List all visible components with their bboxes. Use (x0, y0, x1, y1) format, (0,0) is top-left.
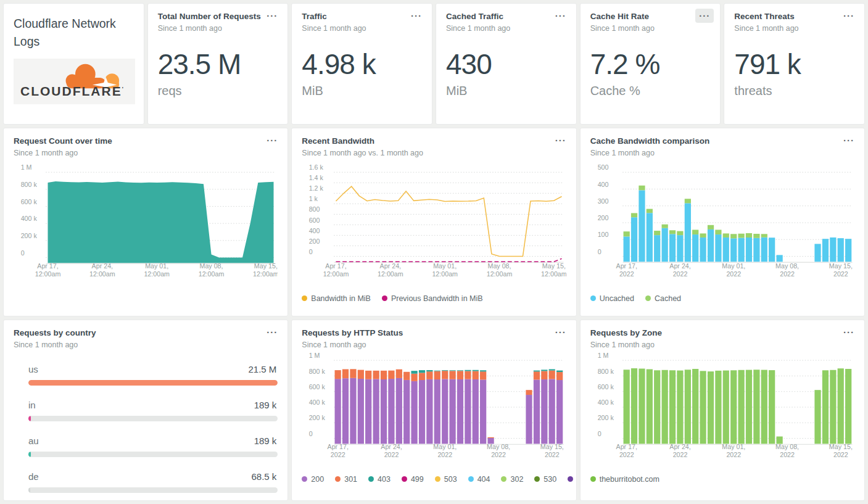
legend-dot-icon (534, 476, 540, 482)
legend-item[interactable]: 200 (302, 475, 324, 484)
x-tick-sublabel: 2022 (545, 450, 560, 458)
panel-subtitle: Since 1 month ago vs. 1 month ago (302, 149, 566, 157)
more-menu-icon[interactable]: ··· (552, 9, 570, 23)
more-menu-icon[interactable]: ··· (840, 133, 858, 147)
bar-segment (684, 199, 690, 203)
y-tick-label: 500 (597, 163, 608, 171)
bar-segment (457, 371, 463, 379)
bar-segment (677, 235, 683, 262)
x-tick-sublabel: 2022 (726, 450, 741, 458)
legend-dot-icon (590, 295, 596, 301)
bar-segment (542, 371, 548, 379)
bar-segment (381, 379, 387, 444)
bandwidth-chart: 1.6 k1.4 k1.2 k1 k8006004002000Apr 17,12… (302, 160, 566, 286)
x-tick-sublabel: 2022 (492, 450, 506, 458)
stat-card-cached-traffic: Cached Traffic Since 1 month ago ··· 430… (436, 3, 577, 125)
bar-segment (542, 370, 548, 371)
x-tick-sublabel: 2022 (833, 270, 848, 277)
more-menu-icon[interactable]: ··· (263, 325, 281, 339)
panel-title: Requests by HTTP Status (302, 328, 566, 339)
bar-segment (473, 370, 479, 371)
legend-item[interactable]: 302 (501, 475, 523, 484)
panel-title: Cache Bandwidth comparison (590, 136, 854, 147)
y-tick-label: 100 (597, 231, 608, 238)
bar-segment (480, 370, 486, 371)
bar-segment (549, 370, 555, 379)
panel-title: Request Count over time (14, 136, 278, 147)
more-menu-icon[interactable]: ··· (695, 9, 714, 23)
y-tick-label: 0 (597, 247, 601, 255)
legend-item[interactable]: 499 (402, 475, 424, 484)
legend-item[interactable]: 526 (568, 475, 576, 484)
x-tick-label: May 01, (722, 443, 745, 450)
y-tick-label: 0 (597, 429, 601, 437)
bar-segment (488, 437, 494, 437)
y-tick-label: 1 k (309, 195, 318, 202)
legend-item[interactable]: Previous Bandwidth in MiB (382, 294, 483, 303)
more-menu-icon[interactable]: ··· (552, 325, 570, 339)
legend-item[interactable]: Bandwidth in MiB (302, 294, 371, 303)
legend-dot-icon (335, 476, 341, 482)
bar-segment (814, 244, 820, 262)
stat-card-cache-hit-rate: Cache Hit Rate Since 1 month ago ··· 7.2… (580, 3, 721, 125)
http-status-legend: 200301403499503404302530526524 (302, 475, 566, 484)
area-series (48, 181, 273, 263)
panel-request-count: Request Count over time Since 1 month ag… (3, 128, 288, 316)
y-tick-label: 1.4 k (309, 174, 324, 181)
y-tick-label: 600 k (309, 382, 326, 390)
bar-segment (722, 233, 729, 238)
y-tick-label: 600 (309, 216, 320, 223)
country-list: us21.5 Min189 kau189 kde68.5 k (14, 364, 278, 493)
country-row: au189 k (14, 436, 278, 457)
more-menu-icon[interactable]: ··· (552, 133, 570, 147)
country-bar-track (28, 452, 278, 457)
bar-segment (526, 390, 532, 395)
legend-item[interactable]: theburritobot.com (590, 475, 659, 484)
bar-segment (465, 371, 471, 379)
bar-segment (692, 229, 698, 234)
stat-card-total-requests: Total Number of Requests Since 1 month a… (147, 3, 289, 125)
country-value: 189 k (254, 436, 277, 446)
legend-item[interactable]: 530 (534, 475, 556, 484)
more-menu-icon[interactable]: ··· (263, 9, 281, 23)
bar-segment (381, 370, 387, 379)
stat-title: Cache Hit Rate (590, 11, 711, 22)
x-tick-label: May 08, (200, 262, 223, 270)
bar-segment (480, 371, 486, 379)
y-tick-label: 400 k (21, 215, 38, 222)
legend-label: 302 (510, 475, 523, 484)
legend-label: 301 (344, 475, 357, 484)
more-menu-icon[interactable]: ··· (407, 9, 426, 23)
more-menu-icon[interactable]: ··· (840, 9, 858, 23)
bar-segment (450, 370, 456, 371)
bar-segment (700, 371, 706, 444)
more-menu-icon[interactable]: ··· (263, 133, 281, 147)
bar-segment (442, 379, 448, 444)
x-tick-label: Apr 17, (37, 262, 58, 270)
bar-segment (623, 236, 629, 262)
legend-item[interactable]: 301 (335, 475, 357, 484)
legend-item[interactable]: 503 (435, 475, 457, 484)
legend-item[interactable]: Cached (645, 294, 681, 303)
bar-segment (419, 370, 425, 373)
bar-segment (639, 185, 645, 190)
x-tick-label: May 01, (434, 262, 457, 270)
legend-item[interactable]: Uncached (590, 294, 634, 303)
x-tick-label: Apr 24, (669, 262, 690, 270)
dashboard-title: Cloudflare Network Logs (14, 15, 134, 51)
legend-item[interactable]: 404 (468, 475, 490, 484)
stat-card-traffic: Traffic Since 1 month ago ··· 4.98 k MiB (291, 3, 432, 125)
y-tick-label: 0 (21, 249, 25, 256)
bar-segment (411, 373, 418, 381)
legend-item[interactable]: 403 (368, 475, 391, 484)
more-menu-icon[interactable]: ··· (840, 325, 858, 339)
legend-dot-icon (501, 476, 506, 482)
x-tick-label: Apr 24, (92, 262, 113, 270)
stat-unit: MiB (302, 84, 422, 98)
x-tick-label: May 08, (775, 262, 799, 270)
bar-segment (830, 237, 836, 261)
country-bar-fill (28, 416, 31, 421)
legend-dot-icon (302, 295, 307, 301)
bar-segment (419, 380, 425, 444)
bar-segment (358, 379, 364, 444)
